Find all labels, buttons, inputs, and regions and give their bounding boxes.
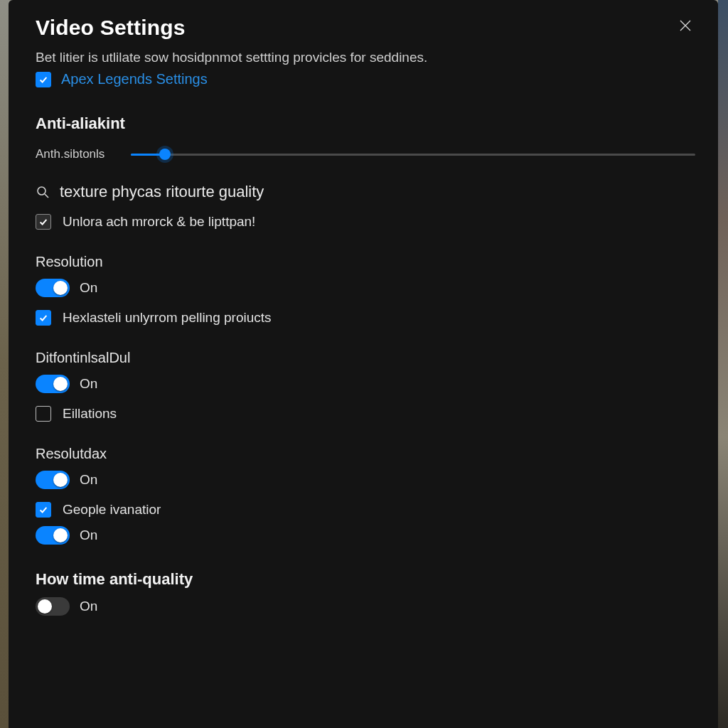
group-toggle[interactable]: [36, 279, 70, 297]
toggle-knob: [53, 528, 68, 542]
page-title: Video Settings: [36, 16, 186, 40]
anti-quality-toggle[interactable]: [36, 597, 70, 616]
group-check-row: Hexlasteli unlyrrom pelling proiucts: [36, 310, 695, 326]
anti-quality-toggle-row: On: [36, 597, 695, 616]
close-button[interactable]: [675, 16, 695, 36]
groups-container: ResolutionOnHexlasteli unlyrrom pelling …: [36, 254, 695, 545]
group-check-row: Eillations: [36, 406, 695, 422]
group-toggle-text: On: [80, 472, 97, 488]
section-anti-quality: How time anti-quality On: [36, 570, 695, 616]
texture-option-checkbox[interactable]: [36, 214, 51, 230]
texture-option-label: Unlora ach mrorck & be lipttpan!: [63, 214, 255, 230]
group-toggle[interactable]: [36, 375, 70, 393]
group-check-label: Hexlasteli unlyrrom pelling proiucts: [63, 310, 272, 326]
group-extra-toggle[interactable]: [36, 526, 70, 545]
anti-aliasing-slider[interactable]: [131, 154, 695, 156]
texture-option-row: Unlora ach mrorck & be lipttpan!: [36, 214, 695, 230]
search-icon: [36, 185, 50, 199]
group-checkbox[interactable]: [36, 310, 51, 326]
group-check-label: Eillations: [63, 406, 117, 422]
group-label: Resolutdax: [36, 446, 695, 462]
toggle-knob: [53, 281, 68, 295]
background-strip: [718, 0, 728, 728]
anti-aliasing-slider-row: Anth.sibtonls: [36, 147, 695, 161]
group-toggle-row: On: [36, 279, 695, 297]
group-checkbox[interactable]: [36, 406, 51, 422]
check-icon: [38, 313, 48, 323]
group-toggle-text: On: [80, 376, 97, 392]
check-icon: [38, 505, 48, 515]
group-check-label: Geople ivanatior: [63, 502, 161, 518]
toggle-knob: [38, 599, 52, 614]
group-toggle-row: On: [36, 375, 695, 393]
group-toggle-row: On: [36, 471, 695, 489]
group-checkbox[interactable]: [36, 502, 51, 518]
settings-link-row: Apex Legends Settings: [36, 71, 695, 87]
anti-quality-toggle-text: On: [80, 599, 97, 614]
svg-point-0: [38, 187, 46, 195]
group-toggle[interactable]: [36, 471, 70, 489]
page-subtitle: Bet litier is utlilate sow hosidpnmot se…: [36, 50, 695, 65]
link-checkbox[interactable]: [36, 72, 51, 87]
settings-panel: Video Settings Bet litier is utlilate so…: [9, 0, 718, 728]
anti-aliasing-title: Anti-aliakint: [36, 114, 695, 133]
texture-title: texture phycas ritourte guality: [60, 183, 264, 201]
check-icon: [38, 217, 48, 227]
group-label: Resolution: [36, 254, 695, 270]
group-toggle-text: On: [80, 280, 97, 296]
group-label: DitfontinlsalDul: [36, 350, 695, 366]
toggle-knob: [53, 473, 68, 487]
section-anti-aliasing: Anti-aliakint Anth.sibtonls: [36, 114, 695, 161]
slider-thumb[interactable]: [159, 149, 171, 160]
section-texture-header: texture phycas ritourte guality: [36, 183, 695, 201]
close-icon: [678, 18, 692, 33]
apex-settings-link[interactable]: Apex Legends Settings: [61, 71, 208, 87]
check-icon: [38, 75, 48, 85]
group-extra-toggle-row: On: [36, 526, 695, 545]
svg-line-1: [45, 194, 48, 198]
toggle-knob: [53, 377, 68, 391]
group-extra-toggle-text: On: [80, 528, 97, 543]
anti-quality-title: How time anti-quality: [36, 570, 695, 589]
header: Video Settings: [36, 16, 695, 40]
anti-aliasing-slider-label: Anth.sibtonls: [36, 147, 114, 161]
group-check-row: Geople ivanatior: [36, 502, 695, 518]
